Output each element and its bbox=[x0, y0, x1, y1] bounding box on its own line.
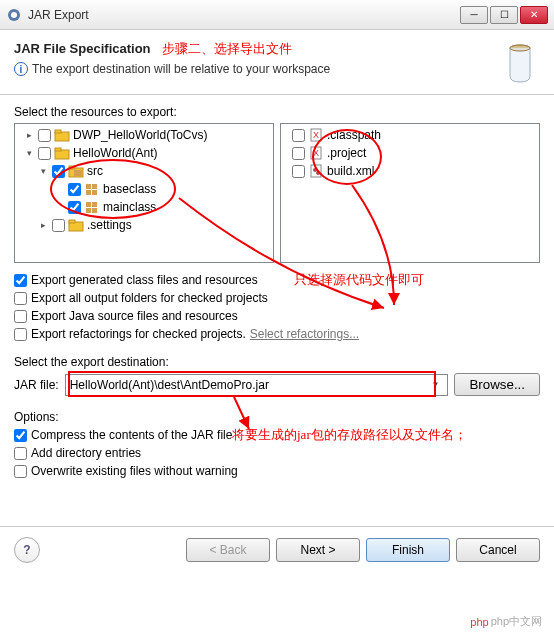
svg-rect-16 bbox=[92, 202, 97, 207]
opt-output-folders-checkbox[interactable] bbox=[14, 292, 27, 305]
svg-point-27 bbox=[316, 171, 320, 175]
package-icon bbox=[84, 182, 100, 196]
app-icon bbox=[6, 7, 22, 23]
svg-rect-17 bbox=[86, 208, 91, 213]
tree-checkbox[interactable] bbox=[68, 183, 81, 196]
tree-item[interactable]: mainclass bbox=[15, 198, 273, 216]
tree-checkbox[interactable] bbox=[38, 129, 51, 142]
svg-rect-5 bbox=[55, 130, 61, 133]
page-title: JAR File Specification bbox=[14, 41, 151, 56]
svg-point-26 bbox=[313, 168, 317, 172]
browse-button[interactable]: Browse... bbox=[454, 373, 540, 396]
jar-icon bbox=[500, 40, 540, 84]
opt-overwrite-checkbox[interactable] bbox=[14, 465, 27, 478]
tree-checkbox[interactable] bbox=[292, 147, 305, 160]
opt-refactorings[interactable]: Export refactorings for checked projects… bbox=[14, 327, 540, 341]
destination-label: Select the export destination: bbox=[14, 355, 540, 369]
dialog-header: JAR File Specification 步骤二、选择导出文件 i The … bbox=[0, 30, 554, 95]
minimize-button[interactable]: ─ bbox=[460, 6, 488, 24]
tree-item[interactable]: X.project bbox=[281, 144, 539, 162]
opt-java-source[interactable]: Export Java source files and resources bbox=[14, 309, 540, 323]
folder-icon bbox=[68, 218, 84, 232]
svg-text:X: X bbox=[313, 148, 319, 158]
tree-item[interactable]: ▾src bbox=[15, 162, 273, 180]
opt-add-dir[interactable]: Add directory entries bbox=[14, 446, 540, 460]
tree-checkbox[interactable] bbox=[292, 129, 305, 142]
next-button[interactable]: Next > bbox=[276, 538, 360, 562]
tree-label: .classpath bbox=[327, 128, 381, 142]
opt-generated[interactable]: Export generated class files and resourc… bbox=[14, 273, 540, 287]
svg-rect-11 bbox=[86, 184, 91, 189]
tree-item[interactable]: baseclass bbox=[15, 180, 273, 198]
finish-button[interactable]: Finish bbox=[366, 538, 450, 562]
tree-label: .settings bbox=[87, 218, 132, 232]
src-folder-icon bbox=[68, 164, 84, 178]
project-icon bbox=[54, 128, 70, 142]
opt-overwrite[interactable]: Overwrite existing files without warning bbox=[14, 464, 540, 478]
tree-label: build.xml bbox=[327, 164, 374, 178]
jar-file-label: JAR file: bbox=[14, 378, 59, 392]
expand-icon[interactable]: ▾ bbox=[23, 148, 35, 158]
svg-rect-18 bbox=[92, 208, 97, 213]
svg-rect-13 bbox=[86, 190, 91, 195]
resources-label: Select the resources to export: bbox=[14, 105, 540, 119]
tree-label: .project bbox=[327, 146, 366, 160]
file-tree[interactable]: X.classpathX.projectbuild.xml bbox=[280, 123, 540, 263]
package-icon bbox=[84, 200, 100, 214]
tree-checkbox[interactable] bbox=[292, 165, 305, 178]
svg-rect-7 bbox=[55, 148, 61, 151]
ant-file-icon bbox=[308, 164, 324, 178]
tree-checkbox[interactable] bbox=[52, 165, 65, 178]
tree-item[interactable]: build.xml bbox=[281, 162, 539, 180]
opt-output-folders[interactable]: Export all output folders for checked pr… bbox=[14, 291, 540, 305]
tree-label: src bbox=[87, 164, 103, 178]
svg-rect-12 bbox=[92, 184, 97, 189]
opt-refactorings-checkbox[interactable] bbox=[14, 328, 27, 341]
page-subtitle: The export destination will be relative … bbox=[32, 62, 330, 76]
x-file-icon: X bbox=[308, 146, 324, 160]
close-button[interactable]: ✕ bbox=[520, 6, 548, 24]
expand-icon[interactable]: ▸ bbox=[37, 220, 49, 230]
titlebar: JAR Export ─ ☐ ✕ bbox=[0, 0, 554, 30]
expand-icon[interactable]: ▸ bbox=[23, 130, 35, 140]
info-icon: i bbox=[14, 62, 28, 76]
svg-rect-20 bbox=[69, 220, 75, 223]
x-file-icon: X bbox=[308, 128, 324, 142]
tree-checkbox[interactable] bbox=[68, 201, 81, 214]
svg-point-1 bbox=[11, 12, 17, 18]
svg-rect-15 bbox=[86, 202, 91, 207]
tree-checkbox[interactable] bbox=[38, 147, 51, 160]
tree-checkbox[interactable] bbox=[52, 219, 65, 232]
footer: ? < Back Next > Finish Cancel phpphp中文网 bbox=[0, 526, 554, 573]
svg-rect-10 bbox=[74, 170, 82, 176]
svg-rect-14 bbox=[92, 190, 97, 195]
annotation-step: 步骤二、选择导出文件 bbox=[162, 41, 292, 56]
tree-item[interactable]: ▾HelloWorld(Ant) bbox=[15, 144, 273, 162]
opt-compress-checkbox[interactable] bbox=[14, 429, 27, 442]
svg-rect-9 bbox=[69, 166, 75, 169]
window-title: JAR Export bbox=[28, 8, 460, 22]
tree-label: mainclass bbox=[103, 200, 156, 214]
opt-generated-checkbox[interactable] bbox=[14, 274, 27, 287]
select-refactorings-link[interactable]: Select refactorings... bbox=[250, 327, 359, 341]
options-label: Options: bbox=[14, 410, 540, 424]
jar-file-input[interactable] bbox=[70, 378, 428, 392]
maximize-button[interactable]: ☐ bbox=[490, 6, 518, 24]
opt-add-dir-checkbox[interactable] bbox=[14, 447, 27, 460]
tree-label: HelloWorld(Ant) bbox=[73, 146, 157, 160]
tree-item[interactable]: ▸.settings bbox=[15, 216, 273, 234]
chevron-down-icon[interactable]: ▼ bbox=[428, 380, 444, 389]
expand-icon[interactable]: ▾ bbox=[37, 166, 49, 176]
opt-java-source-checkbox[interactable] bbox=[14, 310, 27, 323]
help-button[interactable]: ? bbox=[14, 537, 40, 563]
project-tree[interactable]: ▸DWP_HelloWorld(ToCvs)▾HelloWorld(Ant)▾s… bbox=[14, 123, 274, 263]
opt-compress[interactable]: Compress the contents of the JAR file bbox=[14, 428, 540, 442]
back-button[interactable]: < Back bbox=[186, 538, 270, 562]
tree-item[interactable]: ▸DWP_HelloWorld(ToCvs) bbox=[15, 126, 273, 144]
tree-item[interactable]: X.classpath bbox=[281, 126, 539, 144]
svg-text:X: X bbox=[313, 130, 319, 140]
project-icon bbox=[54, 146, 70, 160]
jar-file-combo[interactable]: ▼ bbox=[65, 374, 449, 396]
cancel-button[interactable]: Cancel bbox=[456, 538, 540, 562]
tree-label: DWP_HelloWorld(ToCvs) bbox=[73, 128, 207, 142]
